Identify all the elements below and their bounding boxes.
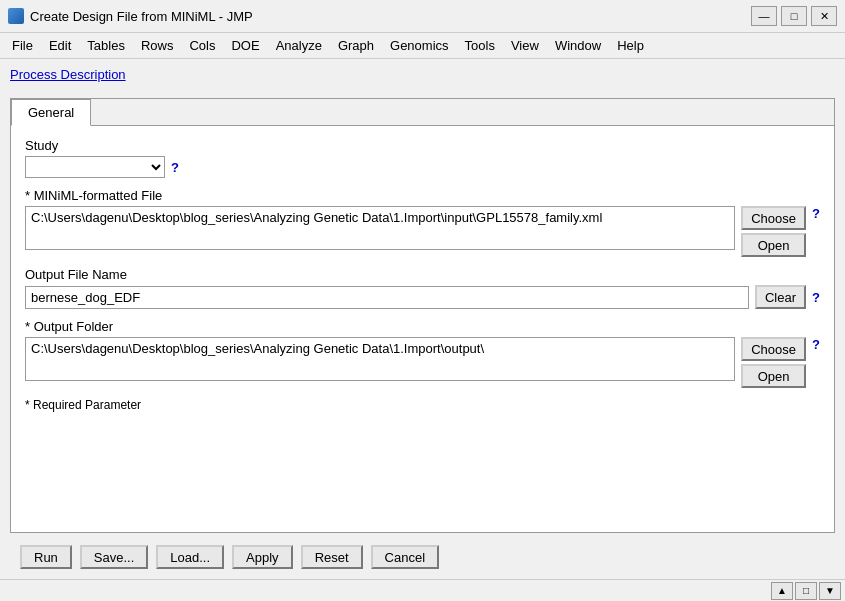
miniml-section: * MINiML-formatted File Choose Open ? [25, 188, 820, 257]
menu-graph[interactable]: Graph [330, 35, 382, 56]
miniml-help[interactable]: ? [812, 206, 820, 221]
output-file-input[interactable] [25, 286, 749, 309]
process-description-link[interactable]: Process Description [10, 67, 126, 82]
output-file-row: Clear ? [25, 285, 820, 309]
output-folder-open-button[interactable]: Open [741, 364, 806, 388]
title-bar: Create Design File from MINiML - JMP — □… [0, 0, 845, 33]
miniml-label: * MINiML-formatted File [25, 188, 820, 203]
output-file-label: Output File Name [25, 267, 820, 282]
window-title: Create Design File from MINiML - JMP [30, 9, 751, 24]
study-section: Study ? [25, 138, 820, 178]
window-controls: — □ ✕ [751, 6, 837, 26]
output-folder-input[interactable] [25, 337, 735, 381]
cancel-button[interactable]: Cancel [371, 545, 439, 569]
tab-bar: General [11, 99, 834, 126]
study-row: ? [25, 156, 820, 178]
study-label: Study [25, 138, 820, 153]
maximize-button[interactable]: □ [781, 6, 807, 26]
output-folder-btn-group: Choose Open [741, 337, 806, 388]
menu-cols[interactable]: Cols [181, 35, 223, 56]
minimize-button[interactable]: — [751, 6, 777, 26]
menu-analyze[interactable]: Analyze [268, 35, 330, 56]
required-note: * Required Parameter [25, 398, 820, 412]
status-bar: ▲ □ ▼ [0, 579, 845, 601]
study-dropdown[interactable] [25, 156, 165, 178]
scroll-down-button[interactable]: ▼ [819, 582, 841, 600]
scroll-up-button[interactable]: ▲ [771, 582, 793, 600]
miniml-choose-button[interactable]: Choose [741, 206, 806, 230]
save-button[interactable]: Save... [80, 545, 148, 569]
menu-window[interactable]: Window [547, 35, 609, 56]
close-button[interactable]: ✕ [811, 6, 837, 26]
menu-help[interactable]: Help [609, 35, 652, 56]
miniml-open-button[interactable]: Open [741, 233, 806, 257]
tab-general[interactable]: General [11, 99, 91, 126]
load-button[interactable]: Load... [156, 545, 224, 569]
reset-button[interactable]: Reset [301, 545, 363, 569]
output-file-section: Output File Name Clear ? [25, 267, 820, 309]
menu-bar: File Edit Tables Rows Cols DOE Analyze G… [0, 33, 845, 59]
menu-view[interactable]: View [503, 35, 547, 56]
miniml-file-input[interactable] [25, 206, 735, 250]
menu-file[interactable]: File [4, 35, 41, 56]
miniml-btn-group: Choose Open [741, 206, 806, 257]
bottom-bar: Run Save... Load... Apply Reset Cancel [10, 537, 835, 577]
menu-tables[interactable]: Tables [79, 35, 133, 56]
app-icon [8, 8, 24, 24]
output-file-clear-button[interactable]: Clear [755, 285, 806, 309]
output-folder-choose-button[interactable]: Choose [741, 337, 806, 361]
output-folder-label: * Output Folder [25, 319, 820, 334]
apply-button[interactable]: Apply [232, 545, 293, 569]
content-area: Process Description General Study ? * MI… [0, 59, 845, 600]
menu-edit[interactable]: Edit [41, 35, 79, 56]
tab-content: Study ? * MINiML-formatted File Choose O… [11, 126, 834, 529]
study-help[interactable]: ? [171, 160, 179, 175]
menu-doe[interactable]: DOE [223, 35, 267, 56]
tab-container: General Study ? * MINiML-formatted File … [10, 98, 835, 533]
run-button[interactable]: Run [20, 545, 72, 569]
output-folder-help[interactable]: ? [812, 337, 820, 352]
menu-genomics[interactable]: Genomics [382, 35, 457, 56]
menu-rows[interactable]: Rows [133, 35, 182, 56]
scroll-square-button[interactable]: □ [795, 582, 817, 600]
miniml-row: Choose Open ? [25, 206, 820, 257]
output-file-help[interactable]: ? [812, 290, 820, 305]
menu-tools[interactable]: Tools [457, 35, 503, 56]
output-folder-row: Choose Open ? [25, 337, 820, 388]
output-folder-section: * Output Folder Choose Open ? [25, 319, 820, 388]
